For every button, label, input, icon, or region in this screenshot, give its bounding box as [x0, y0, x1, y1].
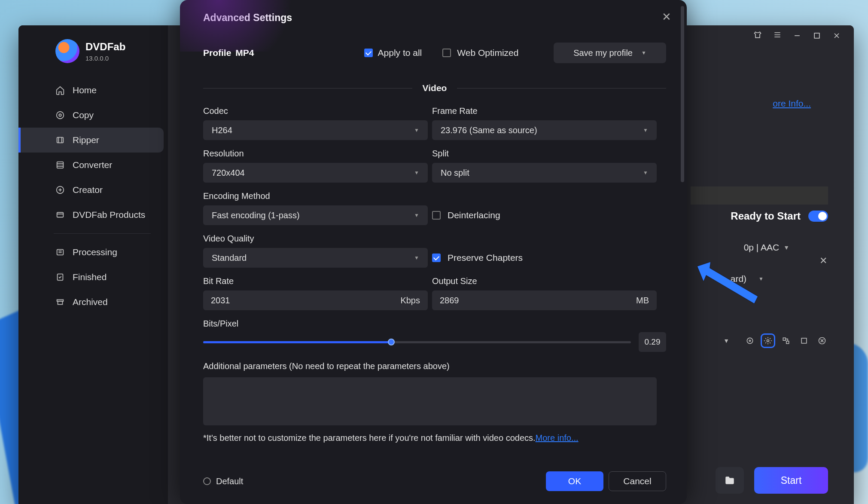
resolution-label: Resolution — [203, 149, 428, 159]
remove-icon[interactable] — [816, 335, 828, 347]
svg-point-11 — [747, 338, 752, 343]
quality-value: Standard — [212, 253, 247, 263]
cancel-button[interactable]: Cancel — [609, 471, 666, 491]
sidebar-item-label: Converter — [73, 160, 112, 170]
svg-point-12 — [749, 340, 750, 341]
close-window-button[interactable] — [832, 31, 841, 40]
ready-label: Ready to Start — [731, 210, 801, 222]
quality-select[interactable]: Standard ▼ — [203, 248, 428, 268]
copy-icon — [55, 110, 65, 120]
sidebar-item-copy[interactable]: Copy — [18, 103, 164, 128]
dialog-title: Advanced Settings — [203, 12, 666, 24]
sidebar-item-creator[interactable]: Creator — [18, 177, 164, 202]
apply-to-all-checkbox[interactable]: Apply to all — [364, 48, 422, 58]
search-bar-placeholder[interactable] — [691, 186, 828, 205]
save-profile-dropdown[interactable]: Save my profile ▼ — [554, 43, 666, 63]
ok-button[interactable]: OK — [546, 471, 603, 491]
bpp-slider[interactable] — [203, 332, 631, 352]
chevron-down-icon: ▼ — [643, 170, 648, 176]
crop-icon[interactable] — [798, 335, 810, 347]
output-format-fragment[interactable]: 0p | AAC ▼ — [744, 242, 789, 253]
codec-select[interactable]: H264 ▼ — [203, 120, 428, 140]
app-version: 13.0.0.0 — [85, 55, 125, 62]
resolution-select[interactable]: 720x404 ▼ — [203, 163, 428, 183]
checkbox-unchecked-icon — [442, 49, 451, 57]
chevron-down-icon: ▼ — [414, 127, 419, 133]
save-profile-label: Save my profile — [573, 48, 633, 58]
codec-value: H264 — [212, 125, 232, 135]
advanced-settings-icon[interactable] — [762, 335, 774, 347]
products-icon — [55, 210, 65, 220]
default-radio[interactable] — [203, 477, 211, 485]
svg-point-13 — [767, 340, 769, 342]
titlebar — [753, 25, 854, 46]
profile-label: Profile — [203, 48, 231, 58]
deinterlacing-label: Deinterlacing — [448, 210, 500, 220]
sidebar-item-home[interactable]: Home — [18, 78, 164, 103]
encoding-select[interactable]: Fast encoding (1-pass) ▼ — [203, 205, 428, 225]
ready-toggle[interactable] — [808, 211, 828, 222]
remove-item-button[interactable]: ✕ — [819, 255, 828, 266]
archived-icon — [55, 297, 65, 307]
slider-thumb[interactable] — [388, 339, 395, 345]
preview-icon[interactable] — [744, 335, 756, 347]
maximize-button[interactable] — [813, 31, 821, 40]
sidebar-item-label: Processing — [73, 247, 117, 257]
deinterlacing-checkbox[interactable]: Deinterlacing — [432, 205, 657, 225]
params-note-link[interactable]: More info... — [536, 433, 579, 443]
sidebar-item-converter[interactable]: Converter — [18, 153, 164, 177]
ripper-icon — [55, 135, 65, 145]
sidebar-item-label: Copy — [73, 110, 94, 120]
output-folder-button[interactable] — [716, 467, 744, 494]
framerate-label: Frame Rate — [432, 106, 657, 116]
creator-icon — [55, 185, 65, 195]
dialog-close-button[interactable]: ✕ — [662, 10, 671, 24]
processing-icon — [55, 247, 65, 257]
profile-row: Profile MP4 Apply to all Web Optimized S… — [203, 43, 666, 63]
web-optimized-checkbox[interactable]: Web Optimized — [442, 48, 518, 58]
split-select[interactable]: No split ▼ — [432, 163, 657, 183]
framerate-value: 23.976 (Same as source) — [441, 125, 537, 135]
bpp-value[interactable]: 0.29 — [639, 332, 666, 352]
shirt-icon[interactable] — [753, 31, 762, 41]
sidebar-item-products[interactable]: DVDFab Products — [18, 202, 164, 227]
framerate-select[interactable]: 23.976 (Same as source) ▼ — [432, 120, 657, 140]
svg-rect-10 — [814, 33, 819, 38]
outsize-input[interactable]: 2869 MB — [432, 290, 657, 310]
bpp-row: 0.29 — [203, 332, 666, 352]
hamburger-icon[interactable] — [773, 31, 782, 41]
profile-value: MP4 — [235, 48, 254, 58]
additional-params-input[interactable] — [203, 377, 657, 425]
outsize-label: Output Size — [432, 276, 657, 286]
quality-fragment[interactable]: ard) ▼ — [731, 274, 764, 284]
sidebar-item-label: Creator — [73, 185, 103, 195]
sidebar-item-label: Finished — [73, 272, 107, 282]
footer-row: Start — [716, 467, 828, 494]
minimize-button[interactable] — [793, 31, 801, 40]
sidebar-item-processing[interactable]: Processing — [18, 240, 164, 265]
item-action-icons: ▼ — [723, 335, 828, 347]
advanced-settings-dialog: Advanced Settings ✕ Profile MP4 Apply to… — [180, 0, 687, 504]
edit-icon[interactable] — [780, 335, 792, 347]
svg-rect-15 — [786, 341, 789, 344]
spacer — [432, 191, 657, 201]
preserve-chapters-checkbox[interactable]: Preserve Chapters — [432, 248, 657, 268]
chevron-down-icon: ▼ — [414, 255, 419, 261]
svg-rect-16 — [801, 338, 807, 343]
encoding-value: Fast encoding (1-pass) — [212, 211, 300, 220]
more-info-link[interactable]: ore Info... — [773, 98, 811, 109]
additional-params-label: Additional parameters (No need to repeat… — [203, 361, 666, 371]
chevron-down-icon: ▼ — [643, 127, 648, 133]
video-settings-grid: Codec H264 ▼ Frame Rate 23.976 (Same as … — [203, 106, 666, 310]
spacer — [432, 234, 657, 244]
bitrate-label: Bit Rate — [203, 276, 428, 286]
start-button[interactable]: Start — [754, 467, 828, 494]
sidebar-item-finished[interactable]: Finished — [18, 265, 164, 290]
params-note-text: *It's better not to customize the parame… — [203, 433, 536, 443]
sidebar-item-ripper[interactable]: Ripper — [18, 128, 164, 153]
outsize-unit: MB — [636, 296, 649, 305]
dialog-scrollbar[interactable] — [681, 6, 684, 182]
sidebar-item-archived[interactable]: Archived — [18, 290, 164, 315]
bitrate-input[interactable]: 2031 Kbps — [203, 290, 428, 310]
chevron-down-icon[interactable]: ▼ — [723, 337, 729, 344]
